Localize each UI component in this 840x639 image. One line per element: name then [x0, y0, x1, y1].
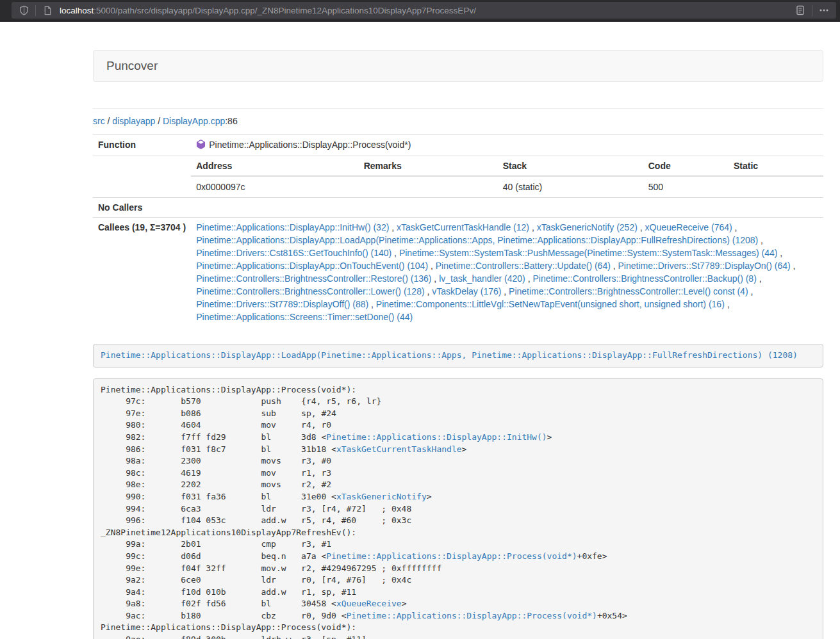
stack-value: 40 (static) — [498, 176, 643, 197]
function-stats-row: Address Remarks Stack Code Static 0x0000… — [93, 156, 823, 198]
callee-link[interactable]: Pinetime::Applications::DisplayApp::OnTo… — [196, 261, 428, 271]
col-code: Code — [643, 156, 729, 176]
callee-link[interactable]: Pinetime::Applications::DisplayApp::Load… — [196, 235, 758, 245]
reader-mode-icon[interactable] — [792, 3, 809, 18]
browser-chrome: localhost:5000/path/src/displayapp/Displ… — [0, 0, 840, 22]
callee-link[interactable]: Pinetime::Controllers::Battery::Update()… — [436, 261, 611, 271]
asm-symbol-link[interactable]: Pinetime::Applications::DisplayApp::Init… — [326, 432, 547, 442]
asm-symbol-link[interactable]: xTaskGetCurrentTaskHandle — [336, 444, 462, 454]
callee-link[interactable]: xTaskGenericNotify (252) — [537, 222, 638, 232]
col-stack: Stack — [498, 156, 643, 176]
col-address: Address — [191, 156, 358, 176]
breadcrumb-separator: / — [155, 116, 163, 126]
breadcrumb-link[interactable]: src — [93, 116, 105, 126]
navbar: Puncover — [93, 50, 823, 82]
col-remarks: Remarks — [359, 156, 498, 176]
selected-callee-link[interactable]: Pinetime::Applications::DisplayApp::Load… — [101, 350, 798, 360]
breadcrumb-link[interactable]: displayapp — [112, 116, 155, 126]
asm-symbol-link[interactable]: xTaskGenericNotify — [336, 492, 427, 501]
callees-label: Callees (19, Σ=3704 ) — [93, 218, 191, 327]
callee-link[interactable]: vTaskDelay (176) — [432, 286, 501, 296]
callee-link[interactable]: xQueueReceive (764) — [645, 222, 732, 232]
callee-link[interactable]: Pinetime::Drivers::Cst816S::GetTouchInfo… — [196, 248, 391, 258]
breadcrumb-line-number: :86 — [225, 116, 237, 126]
col-static: Static — [729, 156, 823, 176]
code-value: 500 — [643, 176, 729, 197]
divider — [35, 5, 36, 16]
stats-header-row: Address Remarks Stack Code Static — [191, 156, 823, 176]
url-text[interactable]: localhost:5000/path/src/displayapp/Displ… — [60, 6, 792, 15]
callees-row: Callees (19, Σ=3704 ) Pinetime::Applicat… — [93, 218, 823, 327]
brand-title[interactable]: Puncover — [94, 59, 170, 73]
callee-link[interactable]: xTaskGetCurrentTaskHandle (12) — [397, 222, 529, 232]
no-callers-label: No Callers — [93, 198, 191, 218]
callee-link[interactable]: Pinetime::Drivers::St7789::DisplayOn() (… — [618, 261, 791, 271]
breadcrumb-separator: / — [105, 116, 113, 126]
callee-link[interactable]: Pinetime::Controllers::BrightnessControl… — [532, 273, 756, 284]
callee-link[interactable]: Pinetime::Applications::Screens::Timer::… — [196, 312, 413, 322]
package-icon — [196, 140, 206, 152]
url-host: localhost — [60, 6, 94, 15]
function-stats-table: Address Remarks Stack Code Static 0x0000… — [191, 156, 823, 197]
divider-rule — [93, 108, 823, 109]
callee-link[interactable]: lv_task_handler (420) — [439, 273, 525, 284]
asm-symbol-link[interactable]: Pinetime::Applications::DisplayApp::Proc… — [326, 551, 577, 561]
breadcrumb: src / displayapp / DisplayApp.cpp:86 — [93, 116, 823, 126]
callee-link[interactable]: Pinetime::System::SystemTask::PushMessag… — [399, 248, 778, 258]
assembly-listing: Pinetime::Applications::DisplayApp::Proc… — [93, 378, 823, 639]
callee-link[interactable]: Pinetime::Applications::DisplayApp::Init… — [196, 222, 389, 232]
function-row: Function Pinetime::Applications::Display… — [93, 135, 823, 156]
callee-link[interactable]: Pinetime::Controllers::BrightnessControl… — [196, 286, 424, 296]
address-value: 0x0000097c — [191, 176, 358, 197]
function-label: Function — [93, 135, 191, 156]
callee-link[interactable]: Pinetime::Drivers::St7789::DisplayOff() … — [196, 299, 368, 309]
callee-link[interactable]: Pinetime::Controllers::BrightnessControl… — [196, 273, 431, 284]
page-content: Puncover src / displayapp / DisplayApp.c… — [0, 50, 840, 639]
divider — [812, 5, 812, 16]
function-table: Function Pinetime::Applications::Display… — [93, 134, 823, 327]
page-icon[interactable] — [39, 3, 56, 18]
asm-symbol-link[interactable]: xQueueReceive — [336, 599, 402, 608]
callee-link[interactable]: Pinetime::Components::LittleVgl::SetNewT… — [376, 299, 725, 309]
url-path: :5000/path/src/displayapp/DisplayApp.cpp… — [94, 6, 476, 15]
remarks-value — [359, 176, 498, 197]
static-value — [729, 176, 823, 197]
url-bar[interactable]: localhost:5000/path/src/displayapp/Displ… — [12, 2, 836, 19]
no-callers-row: No Callers — [93, 198, 823, 218]
shield-icon[interactable] — [15, 3, 32, 18]
function-name: Pinetime::Applications::DisplayApp::Proc… — [209, 140, 411, 150]
asm-symbol-link[interactable]: Pinetime::Applications::DisplayApp::Proc… — [347, 611, 597, 620]
breadcrumb-link[interactable]: DisplayApp.cpp — [163, 116, 225, 126]
stats-value-row: 0x0000097c 40 (static) 500 — [191, 176, 823, 197]
callee-link[interactable]: Pinetime::Controllers::BrightnessControl… — [509, 286, 748, 296]
menu-dots-icon[interactable] — [816, 3, 832, 18]
selected-callee-box: Pinetime::Applications::DisplayApp::Load… — [93, 344, 823, 368]
callees-list: Pinetime::Applications::DisplayApp::Init… — [191, 218, 823, 327]
